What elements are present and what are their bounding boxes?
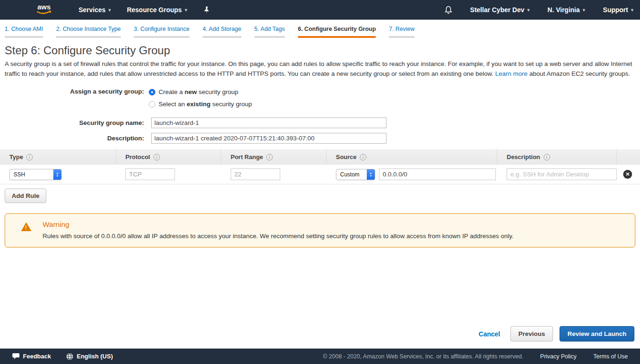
protocol-info-icon[interactable] — [153, 154, 160, 160]
warning-title: Warning — [43, 220, 514, 229]
rules-table-header: Type Protocol Port Range Source Descript… — [0, 149, 640, 165]
region-menu[interactable]: N. Virginia — [547, 6, 585, 14]
wizard-actions: Cancel Previous Review and Launch — [479, 326, 634, 342]
column-header-protocol: Protocol — [116, 149, 221, 165]
review-and-launch-button[interactable]: Review and Launch — [560, 326, 634, 342]
privacy-policy-link[interactable]: Privacy Policy — [540, 353, 577, 360]
wizard-tab-bar: 1. Choose AMI 2. Choose Instance Type 3.… — [0, 20, 640, 38]
terms-of-use-link[interactable]: Terms of Use — [593, 353, 628, 360]
tab-add-tags[interactable]: 5. Add Tags — [255, 26, 285, 38]
services-menu[interactable]: Services — [79, 6, 111, 14]
rule-description-input[interactable] — [507, 168, 617, 180]
radio-button-unselected[interactable] — [149, 101, 155, 108]
description-info-icon[interactable] — [544, 154, 550, 160]
cancel-button[interactable]: Cancel — [479, 330, 500, 338]
warning-message: Rules with source of 0.0.0.0/0 allow all… — [43, 233, 514, 240]
notifications-bell-icon[interactable] — [444, 6, 452, 15]
rule-source-type-select[interactable]: Custom — [336, 169, 375, 180]
rule-port-range-input — [231, 168, 280, 180]
warning-triangle-icon — [21, 222, 31, 231]
select-stepper-icon — [367, 169, 375, 180]
tab-choose-instance-type[interactable]: 2. Choose Instance Type — [56, 26, 121, 38]
column-header-source: Source — [327, 149, 497, 165]
tab-add-storage[interactable]: 4. Add Storage — [203, 26, 241, 38]
security-group-form: Assign a security group: Create a new se… — [0, 88, 640, 144]
rule-protocol-input — [125, 168, 175, 180]
column-header-port-range: Port Range — [221, 149, 327, 165]
assign-security-group-label: Assign a security group: — [0, 88, 149, 95]
page-description: A security group is a set of firewall ru… — [5, 59, 635, 79]
tab-configure-instance[interactable]: 3. Configure Instance — [134, 26, 189, 38]
radio-button-selected[interactable] — [149, 89, 155, 95]
port-range-info-icon[interactable] — [266, 154, 273, 160]
pin-icon[interactable] — [203, 6, 210, 14]
type-info-icon[interactable] — [26, 154, 33, 160]
feedback-speech-icon — [12, 353, 20, 360]
description-label: Description: — [0, 135, 149, 142]
page-title: Step 6: Configure Security Group — [5, 44, 635, 57]
aws-logo[interactable]: aws — [34, 3, 54, 17]
security-group-description-input[interactable] — [151, 133, 386, 144]
copyright-text: © 2008 - 2020, Amazon Web Services, Inc.… — [323, 353, 523, 360]
add-rule-button[interactable]: Add Rule — [5, 189, 46, 203]
previous-button[interactable]: Previous — [510, 326, 553, 342]
radio-create-new-security-group[interactable]: Create a new security group — [149, 88, 252, 95]
page-footer: Feedback English (US) © 2008 - 2020, Ama… — [0, 349, 640, 364]
tab-review[interactable]: 7. Review — [389, 26, 415, 38]
top-navbar: aws Services Resource Groups Stellar Cyb… — [0, 0, 640, 20]
resource-groups-menu[interactable]: Resource Groups — [127, 6, 187, 14]
security-group-name-label: Security group name: — [0, 119, 149, 126]
account-menu[interactable]: Stellar Cyber Dev — [470, 6, 530, 14]
security-group-name-input[interactable] — [151, 117, 386, 128]
rule-source-input[interactable] — [379, 168, 496, 180]
tab-choose-ami[interactable]: 1. Choose AMI — [5, 26, 43, 38]
globe-icon — [66, 353, 73, 360]
delete-rule-icon[interactable] — [623, 170, 632, 179]
security-rules-table: Type Protocol Port Range Source Descript… — [0, 149, 640, 184]
security-rule-row: SSH Custom — [0, 165, 640, 184]
column-header-type: Type — [0, 149, 116, 165]
feedback-button[interactable]: Feedback — [12, 353, 51, 360]
language-selector[interactable]: English (US) — [66, 353, 113, 360]
source-info-icon[interactable] — [360, 154, 366, 160]
radio-select-existing-security-group[interactable]: Select an existing security group — [149, 101, 252, 108]
learn-more-link[interactable]: Learn more — [495, 70, 528, 77]
select-stepper-icon — [53, 169, 61, 180]
column-header-description: Description — [497, 149, 617, 165]
support-menu[interactable]: Support — [603, 6, 633, 14]
tab-configure-security-group[interactable]: 6. Configure Security Group — [298, 26, 376, 38]
rule-type-select[interactable]: SSH — [9, 169, 62, 180]
warning-banner: Warning Rules with source of 0.0.0.0/0 a… — [5, 213, 635, 248]
svg-text:aws: aws — [37, 3, 51, 11]
